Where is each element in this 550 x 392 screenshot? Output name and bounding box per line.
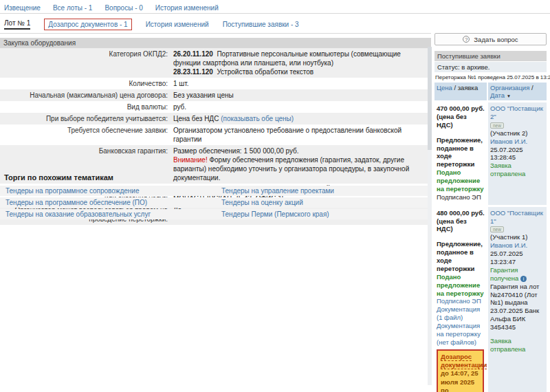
row-value: 1 шт. (170, 78, 431, 89)
bid-row-1: 470 000,00 руб. (цена без НДС) Предложен… (434, 102, 547, 205)
dozapros-documentation-link[interactable]: Дозапрос документации (441, 353, 487, 369)
sort-by-org-link[interactable]: Организация (490, 84, 529, 91)
category-line-1: 26.20.11.120 Портативные персональные ко… (173, 50, 428, 67)
top-nav: Извещение Все лоты - 1 Вопросы - 0 Истор… (0, 3, 550, 13)
new-badge: new (490, 226, 504, 232)
procurement-lot-page: Извещение Все лоты - 1 Вопросы - 0 Истор… (0, 0, 550, 392)
offer-status: Подано предложение на переторжку (437, 273, 485, 298)
signed-ep-link[interactable]: Подписано ЭП (437, 297, 485, 305)
offer-type: Предложение, поданное в ходе переторжки (437, 240, 485, 273)
nav-history-link[interactable]: История изменений (155, 4, 219, 12)
row-quantity: Количество: 1 шт. (0, 78, 431, 89)
criteria-value: Цена без НДС (173, 115, 219, 122)
bid-org-cell: ООО "Поставщик 1" new (Участник 1) Ивано… (487, 207, 547, 392)
show-both-prices-link[interactable]: (показывать обе цены) (221, 115, 294, 122)
row-label: Требуется обеспечение заявки: (0, 124, 170, 145)
person-link[interactable]: Иванов И.И. (490, 241, 544, 250)
retrade-documentation-link[interactable]: Документация на переторжку (нет файлов) (437, 322, 485, 347)
panel-scrollbar-thumb[interactable] (428, 47, 432, 150)
similar-tenders-title: Торги по похожим тематикам (0, 173, 431, 186)
row-bid-security: Требуется обеспечение заявки: Организато… (0, 124, 431, 145)
bid-sent-status: Заявка отправлена (490, 162, 544, 178)
guarantee-info-icon[interactable]: i (520, 276, 527, 282)
row-value: Организатором установлено требование о п… (170, 124, 431, 145)
ask-question-label: Задать вопрос (474, 36, 518, 43)
sort-by-price-link[interactable]: Цена (437, 84, 452, 91)
similar-link-project-management[interactable]: Тендеры на управление проектами (221, 187, 334, 195)
similar-tenders: Торги по похожим тематикам Тендеры на пр… (0, 173, 431, 221)
participant-label: (Участник 2) (490, 129, 544, 138)
bid-row-2: 480 000,00 руб. (цена без НДС) Предложен… (434, 207, 547, 392)
bid-price-note: (цена без НДС) (437, 217, 485, 234)
lot-tabs: Лот № 1 Дозапрос документов - 1 История … (4, 19, 299, 30)
org-link[interactable]: ООО "Поставщик 1" (490, 209, 544, 226)
guarantee-amount: Размер обеспечения: 1 500 000,00 руб. (173, 146, 428, 155)
divider (0, 33, 431, 34)
row-value: Цена без НДС (показывать обе цены) (170, 113, 431, 124)
nav-notice-link[interactable]: Извещение (4, 4, 41, 12)
bid-price: 470 000,00 руб. (437, 105, 485, 113)
row-label: Категория ОКПД2: (0, 48, 170, 78)
row-label: Начальная (максимальная) цена договора: (0, 89, 170, 101)
category-line-2: 28.23.11.120 Устройства обработки тексто… (173, 67, 428, 76)
similar-row: Тендеры на оказание образовательных услу… (0, 209, 431, 219)
new-badge: new (490, 122, 504, 129)
offer-status: Подано предложение на переторжку (437, 168, 485, 193)
row-value: 26.20.11.120 Портативные персональные ко… (170, 48, 431, 78)
bid-price: 480 000,00 руб. (437, 209, 485, 217)
ask-question-button[interactable]: ? Задать вопрос (434, 33, 547, 45)
column-org-date: Организация / Дата ▼ (487, 83, 547, 100)
participant-label: (Участник 1) (490, 233, 544, 241)
tab-lot-1[interactable]: Лот № 1 (4, 19, 30, 30)
nav-questions-link[interactable]: Вопросы - 0 (104, 4, 142, 12)
bids-sidebar: ? Задать вопрос Поступившие заявки Стату… (434, 33, 547, 392)
okpd2-code: 28.23.11.120 (173, 68, 213, 76)
similar-row: Тендеры на программное сопровождение Тен… (0, 186, 431, 196)
person-link[interactable]: Иванов И.И. (490, 138, 544, 146)
similar-link-software-support[interactable]: Тендеры на программное сопровождение (6, 187, 140, 195)
similar-link-education-services[interactable]: Тендеры на оказание образовательных услу… (6, 210, 151, 218)
row-label: Количество: (0, 78, 170, 89)
signed-label: Подписано ЭП (437, 193, 485, 202)
bid-price-cell: 480 000,00 руб. (цена без НДС) Предложен… (434, 207, 487, 392)
row-currency: Вид валюты: руб. (0, 101, 431, 113)
panel-title: Поступившие заявки (434, 51, 547, 61)
column-price-bid: Цена / заявка (434, 83, 487, 100)
row-label: При выборе победителя учитывается: (0, 113, 170, 124)
retrade-note: Переторжка №1 проведена 25.07.2025 в 13:… (434, 72, 547, 82)
offer-type: Предложение, поданное в ходе переторжки (437, 136, 485, 169)
tab-received-bids[interactable]: Поступившие заявки - 3 (223, 21, 299, 28)
tab-dozapros-dokumentov[interactable]: Дозапрос документов - 1 (44, 19, 131, 30)
panel-scrollbar[interactable] (428, 47, 432, 385)
guarantee-status: Гарантия получена (490, 266, 518, 282)
sort-desc-icon[interactable]: ▼ (507, 94, 511, 98)
bid-price-cell: 470 000,00 руб. (цена без НДС) Предложен… (434, 102, 487, 205)
status-text: Статус: в архиве. (434, 61, 547, 72)
column-bid-label: / заявка (454, 84, 478, 91)
org-link[interactable]: ООО "Поставщик 2" (490, 105, 544, 121)
warning-label: Внимание! (173, 156, 208, 164)
divider (0, 13, 550, 14)
nav-all-lots-link[interactable]: Все лоты - 1 (53, 4, 93, 12)
row-start-price: Начальная (максимальная) цена договора: … (0, 89, 431, 101)
row-value: руб. (170, 101, 431, 113)
bid-org-cell: ООО "Поставщик 2" new (Участник 2) Ивано… (487, 102, 547, 205)
similar-link-software[interactable]: Тендеры на программное обеспечение (ПО) (6, 199, 147, 206)
tab-lot-history[interactable]: История изменений (146, 21, 209, 28)
okpd2-code: 26.20.11.120 (173, 50, 213, 58)
similar-row: Тендеры на программное обеспечение (ПО) … (0, 197, 431, 208)
bids-column-headers: Цена / заявка Организация / Дата ▼ (434, 82, 547, 100)
bid-datetime: 25.07.2025 13:28:45 (490, 146, 544, 162)
similar-link-stock-valuation[interactable]: Тендеры на оценку акций (221, 199, 303, 206)
question-circle-icon: ? (463, 36, 470, 43)
documentation-link[interactable]: Документация (1 файл) (437, 305, 485, 322)
similar-link-perm-tenders[interactable]: Тендеры Перми (Пермского края) (221, 210, 329, 218)
row-value: Без указания цены (170, 89, 431, 101)
received-bids-panel: Поступившие заявки Статус: в архиве. Пер… (434, 51, 547, 392)
guarantee-details: Гарантия на лот №2470410 (Лот №1) выдана… (490, 283, 544, 331)
row-category: Категория ОКПД2: 26.20.11.120 Портативны… (0, 48, 431, 78)
bid-datetime: 25.07.2025 13:23:47 (490, 250, 544, 266)
bid-sent-status: Заявка отправлена (490, 337, 544, 353)
sort-by-date-link[interactable]: Дата (490, 91, 505, 99)
lot-section-title: Закупка оборудования (0, 38, 431, 48)
